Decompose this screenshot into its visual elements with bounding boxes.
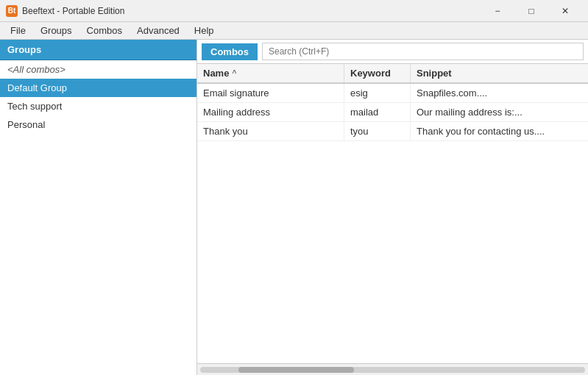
table-row[interactable]: Thank you tyou Thank you for contacting …	[197, 122, 588, 141]
cell-keyword-0: esig	[344, 84, 411, 102]
cell-keyword-2: tyou	[344, 122, 411, 140]
menu-groups[interactable]: Groups	[33, 23, 79, 39]
group-item-tech[interactable]: Tech support	[0, 97, 196, 115]
cell-snippet-0: Snapfiles.com....	[411, 84, 588, 102]
col-header-keyword[interactable]: Keyword	[344, 64, 411, 82]
cell-name-0: Email signature	[197, 84, 344, 102]
table-row[interactable]: Email signature esig Snapfiles.com....	[197, 84, 588, 103]
col-header-snippet[interactable]: Snippet	[411, 64, 588, 82]
left-panel: Groups <All combos> Default Group Tech s…	[0, 40, 197, 375]
col-header-name[interactable]: Name ^	[197, 64, 344, 82]
sort-arrow-name: ^	[232, 69, 236, 77]
group-item-personal[interactable]: Personal	[0, 115, 196, 134]
right-panel: Combos Name ^ Keyword Snippet Email sign…	[197, 40, 588, 375]
groups-list: <All combos> Default Group Tech support …	[0, 60, 196, 375]
horizontal-scrollbar[interactable]	[197, 363, 588, 375]
cell-keyword-1: mailad	[344, 103, 411, 121]
group-item-all[interactable]: <All combos>	[0, 60, 196, 79]
app-icon: Bt	[6, 5, 18, 17]
scroll-thumb	[238, 367, 354, 373]
cell-snippet-2: Thank you for contacting us....	[411, 122, 588, 140]
close-button[interactable]: ✕	[548, 0, 582, 22]
title-bar: Bt Beeftext - Portable Edition − □ ✕	[0, 0, 588, 22]
menu-combos[interactable]: Combos	[79, 23, 130, 39]
cell-name-2: Thank you	[197, 122, 344, 140]
combos-toolbar: Combos	[197, 40, 588, 64]
cell-name-1: Mailing address	[197, 103, 344, 121]
table-row[interactable]: Mailing address mailad Our mailing addre…	[197, 103, 588, 122]
title-bar-left: Bt Beeftext - Portable Edition	[6, 5, 124, 17]
minimize-button[interactable]: −	[481, 0, 514, 22]
menu-file[interactable]: File	[3, 23, 33, 39]
menu-bar: File Groups Combos Advanced Help	[0, 22, 588, 40]
group-item-default[interactable]: Default Group	[0, 79, 196, 97]
search-input[interactable]	[262, 43, 584, 60]
menu-advanced[interactable]: Advanced	[130, 23, 187, 39]
table-header: Name ^ Keyword Snippet	[197, 64, 588, 84]
table-body: Email signature esig Snapfiles.com.... M…	[197, 84, 588, 363]
menu-help[interactable]: Help	[187, 23, 222, 39]
cell-snippet-1: Our mailing address is:...	[411, 103, 588, 121]
main-content: Groups <All combos> Default Group Tech s…	[0, 40, 588, 375]
window-title: Beeftext - Portable Edition	[22, 6, 124, 16]
groups-header: Groups	[0, 40, 196, 60]
maximize-button[interactable]: □	[514, 0, 548, 22]
scroll-track	[200, 367, 585, 373]
combos-table: Name ^ Keyword Snippet Email signature e…	[197, 64, 588, 363]
title-bar-controls: − □ ✕	[481, 0, 582, 22]
combos-button[interactable]: Combos	[202, 43, 258, 60]
